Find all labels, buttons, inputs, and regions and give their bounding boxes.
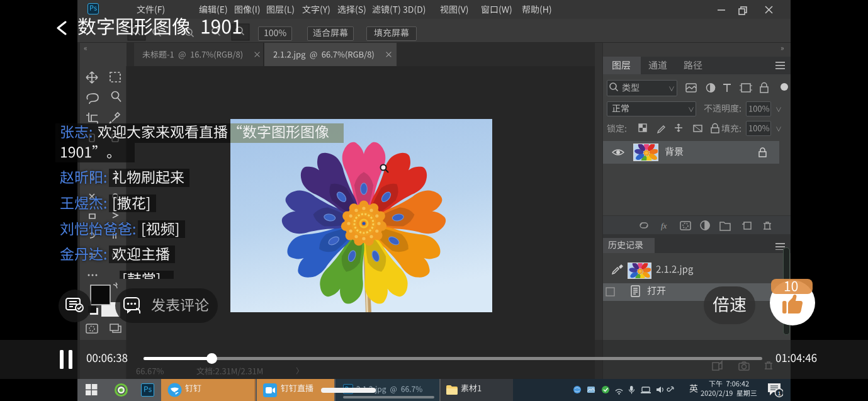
svg-text:fx: fx <box>661 221 667 230</box>
svg-text:1: 1 <box>777 390 781 397</box>
